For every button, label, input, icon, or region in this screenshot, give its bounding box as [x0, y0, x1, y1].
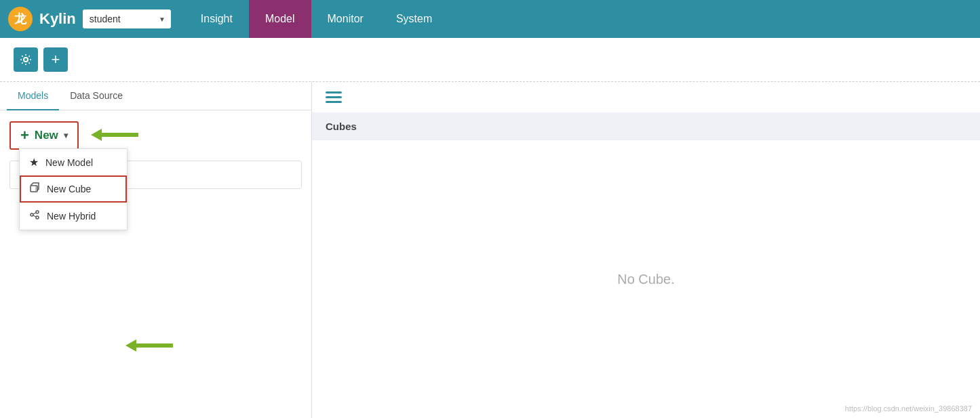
hamburger-button[interactable] — [312, 82, 980, 112]
toolbar: + — [0, 38, 980, 82]
nav-tab-monitor[interactable]: Monitor — [311, 0, 380, 38]
svg-marker-11 — [125, 339, 136, 352]
logo-text: Kylin — [39, 10, 76, 28]
watermark: https://blog.csdn.net/weixin_39868387 — [845, 404, 972, 413]
cubes-header: Cubes — [312, 112, 980, 140]
tab-models[interactable]: Models — [7, 82, 59, 110]
logo[interactable]: 龙 Kylin — [7, 5, 76, 33]
arrow-new-cube — [125, 338, 173, 355]
new-button[interactable]: + New ▾ — [9, 121, 79, 150]
svg-line-8 — [33, 215, 36, 217]
logo-icon: 龙 — [7, 5, 34, 33]
new-model-label: New Model — [45, 157, 93, 168]
new-hybrid-label: New Hybrid — [47, 211, 96, 222]
svg-point-5 — [36, 211, 39, 213]
main-content: Models Data Source + New ▾ ★ New Model — [0, 82, 980, 418]
arrow-new-button — [91, 127, 138, 144]
project-select[interactable]: student — [83, 9, 171, 28]
main-nav: Insight Model Monitor System — [184, 0, 448, 38]
hybrid-icon — [29, 209, 40, 223]
svg-rect-10 — [102, 133, 138, 137]
nav-tab-insight[interactable]: Insight — [184, 0, 249, 38]
svg-line-7 — [33, 213, 36, 214]
svg-point-6 — [36, 216, 39, 219]
dropdown-item-new-cube[interactable]: New Cube — [20, 175, 127, 203]
hamburger-line-1 — [326, 91, 342, 93]
add-button[interactable]: + — [43, 47, 68, 72]
dropdown-caret: ▾ — [64, 131, 68, 140]
right-panel: Cubes No Cube. https://blog.csdn.net/wei… — [312, 82, 980, 418]
svg-text:龙: 龙 — [14, 12, 27, 26]
new-cube-label: New Cube — [47, 184, 91, 194]
hamburger-line-2 — [326, 96, 342, 98]
left-panel: Models Data Source + New ▾ ★ New Model — [0, 82, 312, 418]
settings-button[interactable] — [14, 47, 38, 72]
project-selector[interactable]: student — [83, 9, 171, 28]
hamburger-line-3 — [326, 101, 342, 103]
plus-icon: + — [52, 52, 60, 67]
nav-tab-system[interactable]: System — [380, 0, 448, 38]
cube-icon — [29, 182, 40, 196]
nav-tab-model[interactable]: Model — [249, 0, 311, 38]
svg-rect-12 — [136, 343, 173, 348]
new-dropdown-menu: ★ New Model New Cube — [19, 148, 128, 230]
svg-point-2 — [24, 58, 28, 62]
star-icon: ★ — [29, 156, 39, 169]
no-cube-message: No Cube. — [312, 140, 980, 418]
app-header: 龙 Kylin student Insight Model Monitor Sy… — [0, 0, 980, 38]
svg-marker-9 — [91, 129, 102, 141]
dropdown-item-new-hybrid[interactable]: New Hybrid — [20, 203, 127, 230]
tab-datasource[interactable]: Data Source — [59, 82, 134, 110]
dropdown-item-new-model[interactable]: ★ New Model — [20, 149, 127, 175]
new-button-container: + New ▾ ★ New Model — [9, 121, 79, 150]
new-plus-icon: + — [20, 127, 29, 144]
settings-icon — [20, 54, 32, 66]
new-button-label: New — [35, 129, 58, 142]
svg-point-4 — [31, 213, 33, 216]
panel-tabs: Models Data Source — [0, 82, 311, 110]
